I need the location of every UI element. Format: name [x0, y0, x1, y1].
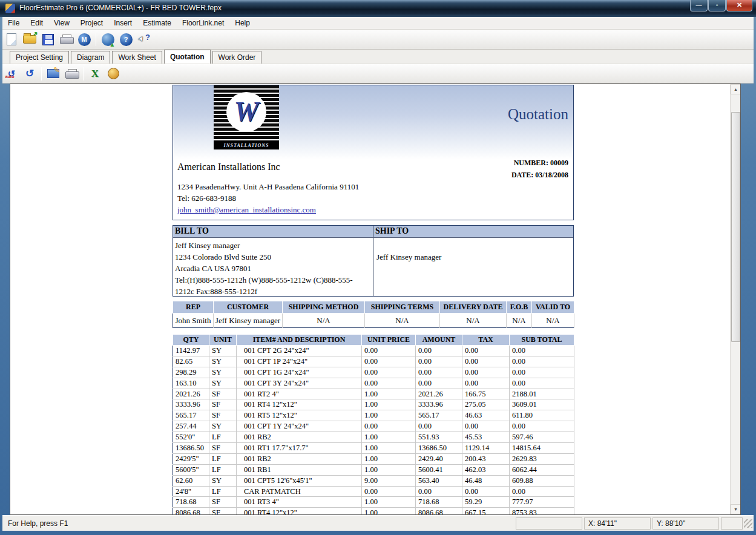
table-cell: 001 RT1 17.7"x17.7": [237, 443, 362, 454]
table-header-row: REP CUSTOMER SHIPPING METHOD SHIPPING TE…: [173, 301, 574, 313]
export-excel-button[interactable]: X: [87, 66, 104, 82]
table-cell: 001 RT3 4": [237, 497, 362, 508]
bill-to-line: Tel:(H)888-555-1212h (W)888-555-1212w (C…: [175, 274, 370, 297]
table-cell: 5600.41: [416, 464, 462, 475]
vertical-scrollbar[interactable]: ▲ ▼: [730, 84, 740, 514]
table-cell: 001 CPT 1G 24"x24": [237, 367, 362, 378]
printer-icon: [60, 34, 73, 44]
resize-grip[interactable]: [744, 519, 752, 528]
table-cell: 82.65: [173, 356, 209, 367]
table-cell: 2021.26: [416, 389, 462, 399]
table-cell: 8753.83: [510, 508, 574, 515]
table-cell: 9.00: [362, 475, 416, 486]
ship-to-address: Jeff Kinsey manager: [373, 238, 573, 296]
table-cell: SF: [209, 399, 237, 410]
document-view: W INSTALLATIONS Quotation NUMBER: 00009 …: [10, 84, 741, 515]
quotation-document: W INSTALLATIONS Quotation NUMBER: 00009 …: [173, 84, 575, 515]
print-quotation-button[interactable]: [63, 66, 80, 82]
table-cell: 0.00: [510, 346, 574, 356]
tab-diagram[interactable]: Diagram: [71, 51, 110, 64]
table-cell: 1129.14: [462, 443, 510, 454]
open-button[interactable]: [21, 31, 38, 47]
table-cell: 163.10: [173, 378, 209, 389]
column-header: CUSTOMER: [214, 301, 283, 313]
scroll-down-button[interactable]: ▼: [731, 504, 741, 514]
table-cell: 0.00: [362, 346, 416, 356]
scroll-up-button[interactable]: ▲: [731, 84, 741, 94]
table-cell: 0.00: [462, 486, 510, 497]
table-cell: 24'8": [173, 486, 209, 497]
table-cell: 462.03: [462, 464, 510, 475]
new-button[interactable]: [3, 31, 20, 47]
menu-insert[interactable]: Insert: [108, 18, 137, 28]
menu-estimate[interactable]: Estimate: [137, 18, 177, 28]
tab-work-sheet[interactable]: Work Sheet: [112, 51, 162, 64]
table-cell: 59.29: [462, 497, 510, 508]
menu-help[interactable]: Help: [229, 18, 255, 28]
table-cell: 001 RT5 12"x12": [237, 410, 362, 421]
logo-circle: W: [226, 92, 266, 132]
menu-project[interactable]: Project: [75, 18, 108, 28]
menu-view[interactable]: View: [48, 18, 75, 28]
menu-floorlink[interactable]: FloorLink.net: [177, 18, 229, 28]
print-button[interactable]: [58, 31, 74, 47]
table-cell: SY: [209, 346, 237, 356]
table-cell: 667.15: [462, 508, 510, 515]
column-header: TAX: [462, 335, 510, 346]
tab-quotation[interactable]: Quotation: [164, 50, 211, 64]
column-header: ITEM# AND DESCRIPTION: [237, 335, 362, 346]
table-cell: CAR PATMATCH: [237, 486, 362, 497]
table-cell: 1.00: [362, 497, 416, 508]
table-cell: 200.43: [462, 453, 510, 464]
printer-icon: [65, 69, 78, 79]
company-email-link[interactable]: john_smith@american_installationsinc.com: [177, 205, 316, 215]
app-window: FloorEstimate Pro 6 (COMMERCIAL+) - FR B…: [0, 0, 756, 535]
table-cell: 0.00: [462, 356, 510, 367]
m-circle-icon: M: [78, 33, 91, 46]
table-cell: 3609.01: [510, 399, 574, 410]
help-button[interactable]: ?: [117, 31, 134, 47]
auto-recalculate-button[interactable]: ↺: [3, 66, 20, 82]
table-cell: 1.00: [362, 432, 416, 443]
table-cell: N/A: [507, 313, 532, 328]
column-header: UNIT: [209, 335, 237, 346]
table-cell: 0.00: [462, 367, 510, 378]
floorlink-button[interactable]: [105, 66, 122, 82]
maximize-button[interactable]: ▫: [708, 0, 726, 11]
publish-button[interactable]: [99, 31, 116, 47]
table-cell: John Smith: [173, 313, 214, 328]
menu-edit[interactable]: Edit: [25, 18, 48, 28]
table-cell: 1.00: [362, 443, 416, 454]
tab-work-order[interactable]: Work Order: [212, 51, 262, 64]
edit-quotation-button[interactable]: [45, 66, 62, 82]
table-cell: 611.80: [510, 410, 574, 421]
title-bar[interactable]: FloorEstimate Pro 6 (COMMERCIAL+) - FR B…: [0, 0, 756, 17]
table-cell: 166.75: [462, 389, 510, 399]
bill-to-header: BILL TO: [173, 226, 373, 237]
measure-button[interactable]: M: [76, 31, 93, 47]
save-button[interactable]: [39, 31, 56, 47]
table-cell: 777.97: [510, 497, 574, 508]
table-row: 5600'5"LF001 RB11.005600.41462.036062.44: [173, 464, 574, 475]
table-cell: 2188.01: [510, 389, 574, 399]
scrollbar-thumb[interactable]: [731, 112, 740, 342]
context-help-icon: [138, 33, 150, 45]
table-cell: 6062.44: [510, 464, 574, 475]
table-cell: SF: [209, 508, 237, 515]
minimize-button[interactable]: —: [690, 0, 708, 11]
context-help-button[interactable]: [136, 31, 153, 47]
table-cell: SY: [209, 378, 237, 389]
quotation-meta: NUMBER: 00009 DATE: 03/18/2008: [511, 157, 568, 181]
table-cell: 257.44: [173, 421, 209, 432]
table-row: 552'0"LF001 RB21.00551.9345.53597.46: [173, 432, 574, 443]
table-row: 2429'5"LF001 RB21.002429.40200.432629.83: [173, 453, 574, 464]
table-cell: 8086.68: [173, 508, 209, 515]
tab-project-setting[interactable]: Project Setting: [10, 51, 69, 64]
table-cell: 2629.83: [510, 453, 574, 464]
table-cell: 45.53: [462, 432, 510, 443]
refresh-button[interactable]: ↺: [21, 66, 38, 82]
table-cell: N/A: [440, 313, 507, 328]
close-button[interactable]: ✕: [726, 0, 752, 11]
menu-file[interactable]: File: [2, 18, 25, 28]
table-cell: 1.00: [362, 389, 416, 399]
